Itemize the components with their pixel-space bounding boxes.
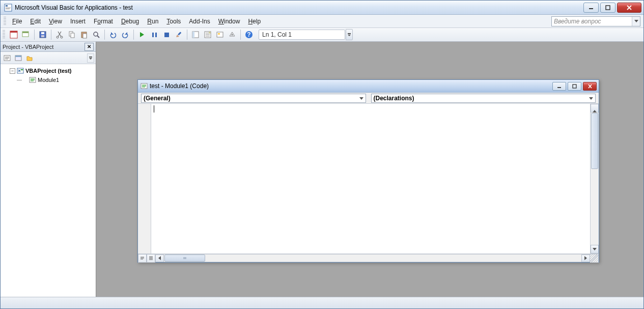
menu-run[interactable]: Run xyxy=(143,16,162,27)
object-dropdown-value: (General) xyxy=(144,95,171,102)
horizontal-scrollbar[interactable] xyxy=(155,254,590,262)
svg-rect-21 xyxy=(155,33,157,37)
project-pane-close-button[interactable]: ✕ xyxy=(85,43,94,51)
save-button[interactable] xyxy=(37,29,48,40)
view-code-button[interactable] xyxy=(2,53,12,63)
toggle-folders-button[interactable] xyxy=(24,53,35,63)
find-button[interactable] xyxy=(91,29,102,40)
menu-view[interactable]: View xyxy=(45,16,66,27)
svg-rect-4 xyxy=(589,8,593,9)
vscroll-thumb[interactable] xyxy=(591,113,598,169)
svg-point-13 xyxy=(57,36,59,38)
project-toolbar-overflow[interactable] xyxy=(87,53,94,63)
menu-edit[interactable]: Edit xyxy=(26,16,45,27)
svg-rect-43 xyxy=(573,85,576,88)
menu-help[interactable]: Help xyxy=(244,16,265,27)
svg-point-30 xyxy=(232,34,233,36)
ask-dropdown-arrow[interactable] xyxy=(632,17,640,26)
code-window-title: test - Module1 (Code) xyxy=(150,82,552,90)
svg-rect-37 xyxy=(89,57,92,58)
svg-rect-42 xyxy=(557,87,561,88)
standard-toolbar: ? Ln 1, Col 1 xyxy=(1,28,643,42)
full-module-view-button[interactable] xyxy=(147,254,155,263)
insert-userform-button[interactable] xyxy=(20,29,32,40)
menu-file[interactable]: File xyxy=(8,16,26,27)
svg-rect-7 xyxy=(10,31,17,33)
cursor-pos-dropdown[interactable] xyxy=(346,29,353,40)
toolbox-button[interactable] xyxy=(227,29,238,40)
copy-button[interactable] xyxy=(66,29,77,40)
svg-rect-33 xyxy=(348,33,351,34)
module-icon xyxy=(29,76,37,83)
hscroll-thumb[interactable] xyxy=(164,255,205,262)
svg-rect-39 xyxy=(21,69,23,70)
toolbar-grip[interactable] xyxy=(3,30,5,39)
close-button[interactable] xyxy=(617,3,641,13)
code-close-button[interactable] xyxy=(583,82,597,91)
project-pane-titlebar[interactable]: Project - VBAProject ✕ xyxy=(1,42,96,52)
project-pane-title: Project - VBAProject xyxy=(3,44,85,50)
dropdown-arrow-icon xyxy=(587,94,595,102)
project-pane-toolbar xyxy=(1,52,96,64)
tree-root-row[interactable]: − VBAProject (test) xyxy=(3,66,94,75)
procedure-dropdown[interactable]: (Declarations) xyxy=(371,94,596,103)
svg-rect-23 xyxy=(178,32,181,35)
project-explorer-button[interactable] xyxy=(190,29,201,40)
help-button[interactable]: ? xyxy=(243,29,255,40)
menubar-grip[interactable] xyxy=(4,17,6,26)
statusbar xyxy=(1,297,643,308)
maximize-button[interactable] xyxy=(600,3,615,13)
main-titlebar: Microsoft Visual Basic for Applications … xyxy=(1,1,643,15)
code-window-titlebar[interactable]: test - Module1 (Code) xyxy=(138,80,599,93)
properties-button[interactable] xyxy=(202,29,213,40)
svg-rect-20 xyxy=(152,33,154,37)
code-editor[interactable] xyxy=(151,104,590,254)
svg-rect-9 xyxy=(22,32,29,33)
menu-tools[interactable]: Tools xyxy=(162,16,185,27)
undo-button[interactable] xyxy=(107,29,119,40)
design-mode-button[interactable] xyxy=(173,29,184,40)
menu-format[interactable]: Format xyxy=(90,16,117,27)
code-maximize-button[interactable] xyxy=(568,82,581,91)
break-button[interactable] xyxy=(149,29,160,40)
scroll-left-button[interactable] xyxy=(155,255,164,262)
main-title: Microsoft Visual Basic for Applications … xyxy=(15,4,583,11)
project-tree[interactable]: − VBAProject (test) Module1 xyxy=(1,64,96,297)
resize-grip[interactable] xyxy=(590,254,599,263)
menu-addins[interactable]: Add-Ins xyxy=(185,16,214,27)
svg-rect-16 xyxy=(71,33,74,38)
menu-insert[interactable]: Insert xyxy=(66,16,90,27)
reset-button[interactable] xyxy=(161,29,172,40)
menubar: File Edit View Insert Format Debug Run T… xyxy=(1,15,643,28)
tree-module-row[interactable]: Module1 xyxy=(3,75,94,85)
object-dropdown[interactable]: (General) xyxy=(141,94,366,103)
view-object-button[interactable] xyxy=(13,53,23,63)
procedure-dropdown-value: (Declarations) xyxy=(374,95,414,102)
svg-rect-1 xyxy=(6,5,8,7)
menu-debug[interactable]: Debug xyxy=(117,16,143,27)
svg-text:?: ? xyxy=(247,31,250,38)
tree-collapse-icon[interactable]: − xyxy=(10,68,15,74)
scroll-right-button[interactable] xyxy=(581,255,590,262)
dropdown-arrow-icon xyxy=(357,94,366,102)
vba-app-icon xyxy=(4,3,13,12)
object-browser-button[interactable] xyxy=(214,29,226,40)
svg-point-27 xyxy=(209,32,211,34)
scroll-down-button[interactable] xyxy=(591,245,599,254)
minimize-button[interactable] xyxy=(583,3,599,13)
ask-question-box[interactable]: Введите вопрос xyxy=(551,16,640,26)
scroll-up-button[interactable] xyxy=(591,104,599,113)
menu-window[interactable]: Window xyxy=(214,16,244,27)
svg-point-19 xyxy=(94,32,98,36)
vertical-scrollbar[interactable] xyxy=(590,104,599,254)
run-button[interactable] xyxy=(136,29,148,40)
procedure-view-button[interactable] xyxy=(138,254,147,263)
mdi-client-area: test - Module1 (Code) (General) (Declara… xyxy=(96,42,643,297)
cut-button[interactable] xyxy=(54,29,65,40)
svg-rect-18 xyxy=(83,34,87,38)
code-minimize-button[interactable] xyxy=(552,82,566,91)
tree-root-label: VBAProject (test) xyxy=(25,68,71,74)
redo-button[interactable] xyxy=(120,29,131,40)
view-excel-button[interactable] xyxy=(8,29,19,40)
paste-button[interactable] xyxy=(78,29,90,40)
